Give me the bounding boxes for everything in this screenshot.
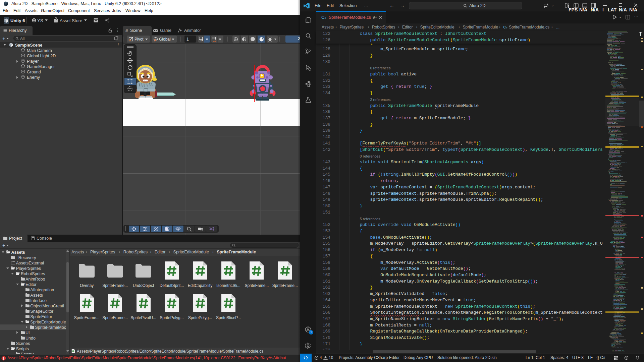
svg-text:Y: Y: [200, 40, 202, 42]
